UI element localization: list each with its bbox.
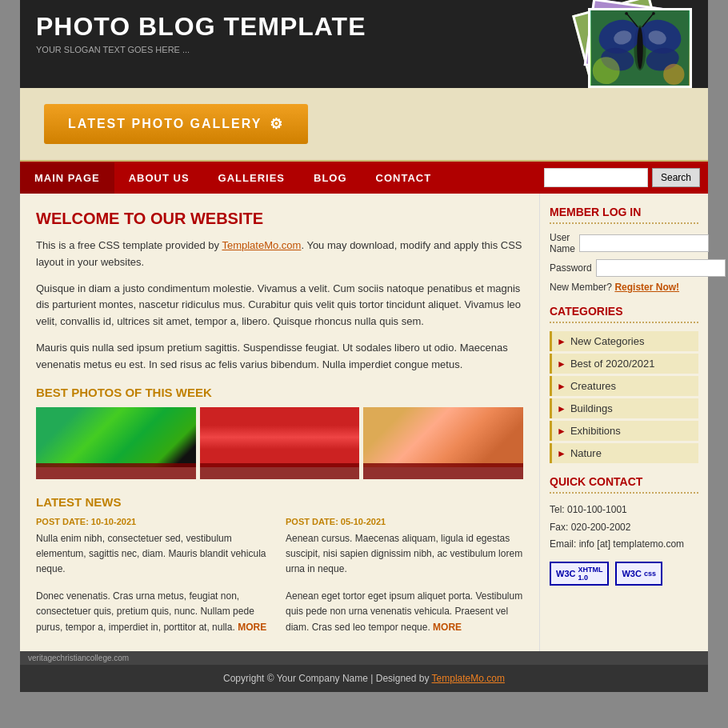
w3c-label-css: W3C [622,569,641,578]
news-column-1: POST DATE: 10-10-2021 Nulla enim nibh, c… [36,517,274,635]
categories-section: CATEGORIES ►New Categories ►Best of 2020… [550,305,698,463]
category-item-1[interactable]: ►Best of 2020/2021 [550,354,698,374]
header: PHOTO BLOG TEMPLATE YOUR SLOGAN TEXT GOE… [20,0,708,88]
news-para-1a: Nulla enim nibh, consectetuer sed, vesti… [36,531,274,578]
w3c-xhtml-badge: W3C XHTML1.0 [550,562,609,586]
nav-item-main[interactable]: MAIN PAGE [20,162,114,194]
search-area: Search [536,162,708,194]
w3c-badges: W3C XHTML1.0 W3C css [550,562,698,586]
gear-icon: ⚙ [270,115,284,133]
quick-contact-info: Tel: 010-100-1001 Fax: 020-200-2002 Emai… [550,502,698,554]
category-item-0[interactable]: ►New Categories [550,331,698,351]
cat-arrow-5: ► [557,448,566,459]
footer-link[interactable]: TemplateMo.com [432,673,505,684]
nav-item-galleries[interactable]: GALLERIES [204,162,299,194]
photo-row [36,407,523,479]
categories-title: CATEGORIES [550,305,698,323]
news-para-2a: Aenean cursus. Maecenas aliquam, ligula … [286,531,523,578]
password-row: Password Login [550,259,698,277]
css-label: css [644,570,656,578]
categories-list: ►New Categories ►Best of 2020/2021 ►Crea… [550,331,698,463]
thumb-image-2 [200,407,360,467]
svg-point-8 [637,27,643,70]
intro-paragraph-3: Mauris quis nulla sed ipsum pretium sagi… [36,340,523,374]
photos-section-title: BEST PHOTOS OF THIS WEEK [36,386,523,399]
cat-arrow-2: ► [557,381,566,392]
category-link-4[interactable]: ►Exhibitions [557,425,694,437]
contact-email: Email: info [at] templatemo.com [550,536,698,554]
category-link-5[interactable]: ►Nature [557,447,694,459]
news-para-1b: Donec venenatis. Cras urna metus, feugia… [36,589,274,635]
gallery-button[interactable]: LATEST PHOTO GALLERY ⚙ [44,104,308,144]
butterfly-icon [590,10,690,86]
nav-item-about[interactable]: ABOUT US [114,162,204,194]
svg-point-12 [652,12,655,15]
nav-link-main[interactable]: MAIN PAGE [20,162,114,194]
w3c-css-badge: W3C css [615,562,662,586]
svg-point-10 [625,12,628,15]
thumb-bar-3 [363,463,523,479]
intro-text-before: This is a free CSS template provided by [36,239,222,251]
intro-link[interactable]: TemplateMo.com [222,239,301,251]
nav-item-blog[interactable]: BLOG [299,162,362,194]
news-columns: POST DATE: 10-10-2021 Nulla enim nibh, c… [36,517,523,635]
navigation: MAIN PAGE ABOUT US GALLERIES BLOG CONTAC… [20,162,708,194]
register-link[interactable]: Register Now! [614,282,679,293]
main-content: WELCOME TO OUR WEBSITE This is a free CS… [20,194,540,651]
nav-link-contact[interactable]: CONTACT [362,162,446,194]
nav-link-about[interactable]: ABOUT US [114,162,204,194]
svg-point-14 [663,64,684,85]
member-login-section: MEMBER LOG IN User Name Password Login N… [550,206,698,293]
thumb-bar-1 [36,463,196,479]
category-link-3[interactable]: ►Buildings [557,402,694,414]
photo-thumb-2 [200,407,360,479]
quick-contact-title: QUICK CONTACT [550,475,698,494]
sidebar: MEMBER LOG IN User Name Password Login N… [540,194,708,651]
category-item-5[interactable]: ►Nature [550,443,698,463]
password-input[interactable] [596,259,726,277]
w3c-label-xhtml: W3C [556,569,575,578]
search-input[interactable] [544,168,648,187]
intro-paragraph-1: This is a free CSS template provided by … [36,238,523,271]
xhtml-label: XHTML1.0 [578,566,602,582]
news-column-2: POST DATE: 05-10-2021 Aenean cursus. Mae… [286,517,523,635]
contact-tel: Tel: 010-100-1001 [550,502,698,519]
category-link-2[interactable]: ►Creatures [557,380,694,392]
category-link-0[interactable]: ►New Categories [557,335,694,347]
footer-bar-text: veritagechristiancollege.com [28,654,129,662]
member-login-title: MEMBER LOG IN [550,206,698,224]
more-link-2[interactable]: MORE [433,622,462,633]
thumb-image-3 [363,407,523,467]
username-input[interactable] [579,234,709,252]
nav-list: MAIN PAGE ABOUT US GALLERIES BLOG CONTAC… [20,162,536,194]
intro-paragraph-2: Quisque in diam a justo condimentum mole… [36,281,523,330]
thumb-image-1 [36,407,196,467]
gallery-button-label: LATEST PHOTO GALLERY [68,117,262,131]
news-date-1: POST DATE: 10-10-2021 [36,517,274,526]
news-section-title: LATEST NEWS [36,495,523,509]
photo-card-front [588,8,692,88]
category-item-2[interactable]: ►Creatures [550,376,698,396]
thumb-bar-2 [200,463,360,479]
header-images [540,0,700,104]
news-para-2b: Aenean eget tortor eget ipsum aliquet po… [286,589,523,635]
footer-bar: veritagechristiancollege.com [20,651,708,665]
category-item-3[interactable]: ►Buildings [550,398,698,418]
new-member-text: New Member? Register Now! [550,282,698,293]
nav-item-contact[interactable]: CONTACT [362,162,446,194]
photo-thumb-1 [36,407,196,479]
nav-link-blog[interactable]: BLOG [299,162,362,194]
category-link-1[interactable]: ►Best of 2020/2021 [557,358,694,370]
nav-link-galleries[interactable]: GALLERIES [204,162,299,194]
username-row: User Name [550,232,698,254]
cat-arrow-1: ► [557,358,566,370]
username-label: User Name [550,232,575,254]
cat-arrow-4: ► [557,426,566,437]
contact-fax: Fax: 020-200-2002 [550,519,698,537]
footer: Copyright © Your Company Name | Designed… [20,665,708,692]
category-item-4[interactable]: ►Exhibitions [550,421,698,441]
password-label: Password [550,262,592,274]
search-button[interactable]: Search [652,168,700,187]
more-link-1[interactable]: MORE [238,622,266,633]
cat-arrow-0: ► [557,336,566,347]
